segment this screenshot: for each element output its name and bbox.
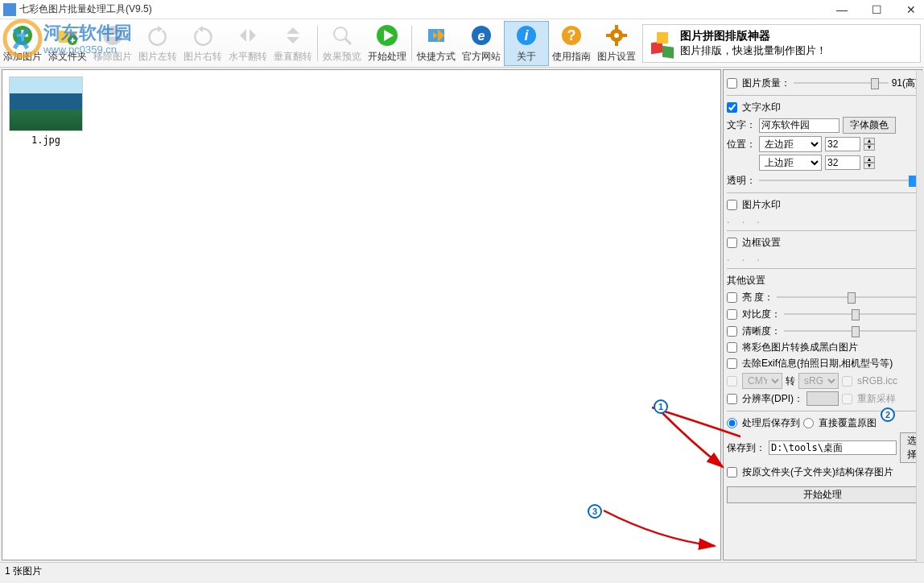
cubes-icon (645, 26, 680, 61)
image-canvas[interactable]: 1.jpg (2, 69, 721, 560)
添加图片-button[interactable]: 添加图片 (0, 21, 45, 66)
svg-rect-36 (662, 45, 674, 58)
keep-structure-checkbox[interactable] (727, 467, 737, 478)
svg-marker-13 (240, 29, 246, 42)
position-v-select[interactable]: 上边距 (759, 155, 822, 171)
shortcut-icon (423, 23, 449, 48)
spin-down-icon[interactable]: ▼ (864, 144, 875, 151)
info-icon: i (514, 23, 539, 48)
图片左转-button[interactable]: 图片左转 (135, 21, 180, 66)
dpi-input (806, 391, 839, 406)
app-icon (3, 3, 16, 16)
svg-marker-16 (287, 37, 299, 43)
watermark-text-input[interactable] (759, 118, 839, 133)
contrast-slider[interactable] (784, 307, 918, 321)
thumbnail-image (9, 76, 83, 131)
brightness-slider[interactable] (777, 290, 918, 304)
contrast-checkbox[interactable] (727, 309, 737, 320)
svg-marker-15 (287, 27, 299, 34)
status-bar: 1 张图片 (0, 562, 924, 578)
image-thumbnail[interactable]: 1.jpg (9, 76, 83, 146)
spin-up-icon[interactable]: ▲ (864, 156, 875, 163)
save-path-input[interactable] (769, 440, 897, 455)
svg-rect-33 (606, 34, 611, 37)
svg-marker-14 (250, 29, 256, 42)
save-to-radio[interactable] (727, 418, 737, 428)
spin-down-icon[interactable]: ▼ (864, 163, 875, 169)
svg-text:e: e (478, 29, 485, 43)
svg-line-18 (345, 39, 351, 44)
sharpness-slider[interactable] (784, 324, 918, 338)
start-button[interactable]: 开始处理 (727, 486, 918, 503)
folder-plus-icon (55, 23, 80, 48)
brightness-checkbox[interactable] (727, 292, 737, 303)
minimize-button[interactable]: — (831, 3, 852, 16)
cmyk-checkbox (727, 376, 737, 387)
status-text: 1 张图片 (5, 565, 42, 577)
bw-checkbox[interactable] (727, 342, 737, 353)
水平翻转-button[interactable]: 水平翻转 (225, 21, 270, 66)
快捷方式-button[interactable]: 快捷方式 (414, 21, 459, 66)
main-toolbar: 添加图片添文件夹移除图片图片左转图片右转水平翻转垂直翻转 效果预览 开始处理 快… (0, 19, 924, 68)
svg-point-17 (334, 27, 347, 40)
svg-marker-11 (158, 26, 163, 32)
text-watermark-checkbox[interactable] (727, 102, 737, 113)
svg-rect-32 (615, 41, 618, 46)
sharpness-checkbox[interactable] (727, 326, 737, 337)
cmyk-select: CMYK (742, 373, 782, 389)
svg-rect-37 (657, 32, 668, 43)
quality-label: 图片质量： (742, 76, 790, 90)
垂直翻转-button[interactable]: 垂直翻转 (270, 21, 316, 66)
exif-checkbox[interactable] (727, 358, 737, 369)
border-checkbox[interactable] (727, 238, 737, 248)
font-color-button[interactable]: 字体颜色 (843, 117, 896, 134)
quality-value: 91(高) (892, 76, 918, 90)
svg-rect-31 (615, 25, 618, 30)
icc-checkbox (842, 376, 852, 387)
plus-icon (10, 23, 35, 48)
srgb-select: sRGB (798, 373, 839, 389)
quality-slider[interactable] (794, 76, 889, 90)
minus-icon (100, 23, 126, 48)
promo-subtitle: 图片排版，快速批量制作图片！ (680, 43, 827, 58)
svg-point-30 (614, 33, 619, 38)
preview-button[interactable]: 效果预览 (320, 21, 365, 66)
opacity-slider[interactable] (759, 173, 918, 188)
window-title: 七彩色图片批量处理工具(V9.5) (19, 2, 831, 16)
dpi-checkbox[interactable] (727, 394, 737, 404)
flip-v-icon (280, 23, 306, 48)
关于-button[interactable]: i关于 (504, 21, 549, 66)
promo-title: 图片拼图排版神器 (680, 29, 827, 43)
scrollbar[interactable] (916, 71, 924, 562)
官方网站-button[interactable]: e官方网站 (459, 21, 504, 66)
close-button[interactable]: ✕ (901, 3, 921, 16)
移除图片-button[interactable]: 移除图片 (90, 21, 135, 66)
position-h-value[interactable] (825, 137, 860, 151)
rotate-left-icon (145, 23, 171, 48)
position-v-value[interactable] (825, 155, 860, 170)
settings-panel: 图片质量： 91(高) 文字水印 文字： 字体颜色 位置： 左边距 ▲▼ 位置：… (723, 69, 922, 560)
flip-h-icon (235, 23, 261, 48)
spin-up-icon[interactable]: ▲ (864, 138, 875, 144)
图片设置-button[interactable]: 图片设置 (594, 21, 639, 66)
promo-banner[interactable]: 图片拼图排版神器 图片排版，快速批量制作图片！ (642, 24, 921, 63)
help-icon: ? (559, 23, 584, 48)
thumbnail-filename: 1.jpg (9, 134, 83, 146)
maximize-button[interactable]: ☐ (867, 3, 887, 16)
resample-checkbox (842, 394, 852, 404)
svg-rect-34 (622, 34, 627, 37)
overwrite-radio[interactable] (803, 418, 814, 428)
quality-checkbox[interactable] (727, 78, 737, 89)
image-watermark-checkbox[interactable] (727, 200, 737, 210)
添文件夹-button[interactable]: 添文件夹 (45, 21, 90, 66)
svg-marker-12 (198, 26, 203, 32)
globe-icon: e (468, 23, 494, 48)
svg-text:?: ? (567, 27, 576, 43)
rotate-right-icon (190, 23, 216, 48)
position-h-select[interactable]: 左边距 (759, 136, 822, 152)
gear-icon (604, 23, 629, 48)
使用指南-button[interactable]: ?使用指南 (549, 21, 594, 66)
图片右转-button[interactable]: 图片右转 (180, 21, 225, 66)
start-processing-button[interactable]: 开始处理 (365, 21, 410, 66)
